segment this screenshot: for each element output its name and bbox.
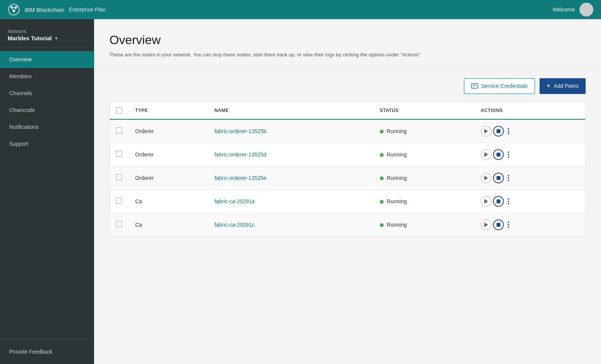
table-row: Ordererfabric-orderer-13525eRunning <box>110 166 585 189</box>
sidebar-item-overview[interactable]: Overview <box>0 51 94 68</box>
toolbar: Service Credentials + Add Peers <box>109 78 586 94</box>
sidebar-item-chaincode[interactable]: Chaincode <box>0 102 94 119</box>
sidebar-nav: Overview Members Channels Chaincode Noti… <box>0 48 94 339</box>
play-button-row5[interactable] <box>481 219 492 230</box>
stop-icon <box>497 176 500 180</box>
add-peers-label: Add Peers <box>554 83 579 89</box>
play-icon <box>484 152 488 157</box>
sidebar-item-support[interactable]: Support <box>0 135 94 152</box>
play-button-row4[interactable] <box>481 196 492 207</box>
stop-button-row1[interactable] <box>493 126 504 137</box>
status-text-row2: Running <box>387 152 407 158</box>
status-dot-row4 <box>380 200 384 204</box>
app-body: Network: Marbles Tutorial ▼ Overview Mem… <box>0 19 601 364</box>
header-right: Welcome <box>553 3 593 16</box>
service-credentials-button[interactable]: Service Credentials <box>464 78 535 94</box>
type-cell-row4: Ca <box>129 189 208 213</box>
actions-cell-row5 <box>475 213 585 236</box>
stop-button-row4[interactable] <box>493 196 504 207</box>
ibm-blockchain-logo <box>8 3 20 16</box>
more-dot-1 <box>508 198 509 200</box>
stop-icon <box>497 153 500 156</box>
name-link-row1[interactable]: fabric-orderer-13525b <box>214 128 266 134</box>
more-dot-3 <box>508 226 509 228</box>
actions-cell-row3 <box>475 166 585 189</box>
more-actions-button-row2[interactable] <box>505 151 512 158</box>
table-body: Ordererfabric-orderer-13525bRunning Orde… <box>110 119 585 236</box>
stop-icon <box>497 129 500 133</box>
play-button-row2[interactable] <box>481 149 492 160</box>
header-welcome-label: Welcome <box>553 7 575 13</box>
actions-group-row2 <box>481 149 579 160</box>
status-text-row5: Running <box>387 222 407 228</box>
select-all-checkbox[interactable] <box>116 107 122 114</box>
sidebar-item-channels-label: Channels <box>9 90 32 96</box>
svg-marker-10 <box>484 129 488 133</box>
sidebar: Network: Marbles Tutorial ▼ Overview Mem… <box>0 19 94 364</box>
stop-button-row2[interactable] <box>493 149 504 160</box>
stop-button-row3[interactable] <box>493 173 504 183</box>
more-dot-2 <box>508 201 509 202</box>
row-checkbox-row2[interactable] <box>116 151 122 157</box>
row-checkbox-row5[interactable] <box>116 221 122 227</box>
type-cell-row2: Orderer <box>129 143 208 166</box>
nodes-table: TYPE NAME STATUS ACTIONS Ordererfabric-o… <box>110 102 585 236</box>
stop-button-row5[interactable] <box>493 219 504 230</box>
avatar[interactable] <box>579 3 593 16</box>
table-row: Ordererfabric-orderer-13525dRunning <box>110 143 585 166</box>
svg-marker-11 <box>484 152 488 157</box>
play-button-row1[interactable] <box>481 126 492 137</box>
name-cell-row3: fabric-orderer-13525e <box>208 166 374 189</box>
add-peers-button[interactable]: + Add Peers <box>540 78 586 94</box>
row-checkbox-row1[interactable] <box>116 127 122 133</box>
status-cell-row1: Running <box>374 119 475 143</box>
row-checkbox-row3[interactable] <box>116 174 122 180</box>
play-icon <box>484 222 488 227</box>
status-cell-row4: Running <box>374 189 475 213</box>
page-subtitle: These are the nodes in your network. You… <box>109 51 586 59</box>
more-actions-button-row1[interactable] <box>505 127 512 135</box>
select-all-header <box>110 102 129 119</box>
actions-group-row1 <box>481 126 579 137</box>
actions-group-row3 <box>481 173 579 183</box>
sidebar-item-overview-label: Overview <box>9 56 31 63</box>
name-link-row2[interactable]: fabric-orderer-13525d <box>214 152 266 158</box>
plus-icon: + <box>546 82 551 90</box>
status-cell-row5: Running <box>374 213 475 236</box>
more-dot-3 <box>508 156 509 158</box>
app-header: IBM Blockchain Enterprise Plan Welcome <box>0 0 601 19</box>
more-dot-1 <box>508 152 509 153</box>
row-checkbox-row4[interactable] <box>116 198 122 204</box>
name-link-row3[interactable]: fabric-orderer-13525e <box>214 175 266 181</box>
name-link-row4[interactable]: fabric-ca-20291a <box>214 198 255 204</box>
more-dot-1 <box>508 175 509 176</box>
actions-column-header: ACTIONS <box>475 102 585 119</box>
type-column-header: TYPE <box>129 102 208 119</box>
name-cell-row2: fabric-orderer-13525d <box>208 143 374 166</box>
status-dot-row1 <box>380 130 384 133</box>
header-plan: Enterprise Plan <box>69 7 106 13</box>
play-button-row3[interactable] <box>481 173 492 183</box>
actions-group-row4 <box>481 196 579 207</box>
more-actions-button-row5[interactable] <box>505 221 512 229</box>
provide-feedback-link[interactable]: Provide Feedback <box>9 347 85 356</box>
more-dot-3 <box>508 133 509 134</box>
more-actions-button-row3[interactable] <box>505 174 512 182</box>
actions-cell-row4 <box>475 189 585 213</box>
play-icon <box>484 199 488 204</box>
actions-cell-row2 <box>475 143 585 166</box>
more-actions-button-row4[interactable] <box>505 198 512 205</box>
more-dot-1 <box>508 222 509 223</box>
svg-point-0 <box>8 4 19 15</box>
stop-icon <box>497 223 500 227</box>
sidebar-item-notifications[interactable]: Notifications <box>0 119 94 135</box>
name-link-row5[interactable]: fabric-ca-20291c <box>214 222 254 228</box>
type-cell-row5: Ca <box>129 213 208 236</box>
more-dot-3 <box>508 180 509 181</box>
sidebar-item-members[interactable]: Members <box>0 68 94 85</box>
sidebar-item-channels[interactable]: Channels <box>0 85 94 102</box>
more-dot-2 <box>508 177 509 179</box>
table-row: Cafabric-ca-20291aRunning <box>110 189 585 213</box>
status-cell-row2: Running <box>374 143 475 166</box>
network-name[interactable]: Marbles Tutorial ▼ <box>8 35 86 41</box>
